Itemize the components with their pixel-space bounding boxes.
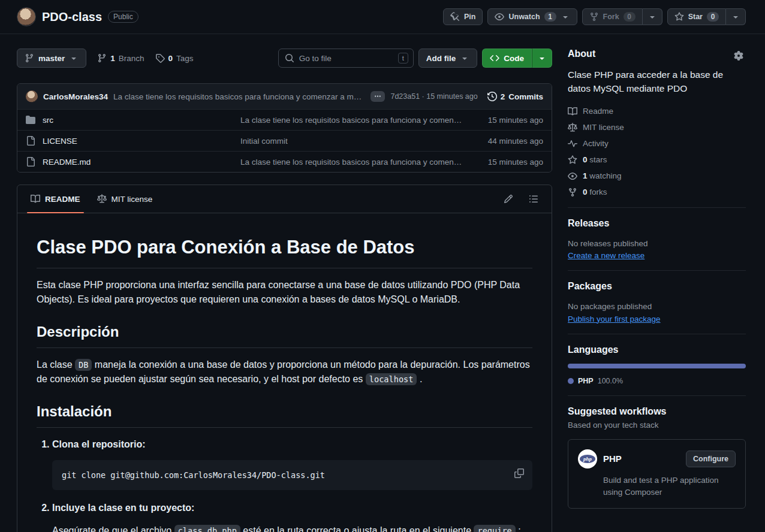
file-commit-time: 44 minutes ago	[472, 137, 543, 146]
commit-message[interactable]: La clase tiene los requisitos basicos pa…	[113, 92, 365, 101]
packages-title: Packages	[568, 281, 746, 292]
commit-history-link[interactable]: 2 Commits	[487, 92, 543, 101]
languages-title: Languages	[568, 344, 746, 355]
pin-label: Pin	[464, 13, 475, 21]
sidebar-divider	[568, 207, 746, 208]
goto-file-input[interactable]	[299, 54, 393, 63]
copy-button[interactable]	[512, 466, 526, 480]
pin-button[interactable]: Pin	[443, 8, 483, 25]
edit-readme-button[interactable]	[501, 192, 516, 206]
sidebar-item-label: Readme	[583, 107, 613, 116]
languages-section: Languages PHP 100.0%	[568, 344, 746, 385]
file-name[interactable]: src	[43, 116, 53, 125]
search-icon	[285, 53, 294, 63]
language-item-php[interactable]: PHP 100.0%	[568, 377, 746, 385]
releases-section: Releases No releases published Create a …	[568, 218, 746, 261]
star-dropdown-button[interactable]	[726, 8, 746, 25]
file-icon	[26, 157, 35, 167]
sidebar-item-watching[interactable]: 1 watching	[568, 171, 746, 181]
about-section: About Clase PHP para acceder a la base d…	[568, 49, 746, 197]
workflow-description: Build and test a PHP application using C…	[603, 474, 736, 499]
step2-label: Incluye la clase en tu proyecto:	[52, 503, 194, 513]
code-button[interactable]: Code	[482, 49, 532, 68]
tags-link[interactable]: 0 Tags	[155, 53, 194, 63]
file-commit-message[interactable]: La clase tiene los requisitos basicos pa…	[240, 158, 472, 167]
tab-readme[interactable]: README	[22, 185, 89, 213]
stars-count: 0	[583, 155, 588, 164]
fork-button[interactable]: Fork 0	[582, 8, 643, 25]
chevron-down-icon	[69, 53, 79, 63]
unwatch-count: 1	[544, 12, 556, 22]
workflows-subtitle: Based on your tech stack	[568, 421, 746, 430]
file-name[interactable]: LICENSE	[43, 137, 77, 146]
history-icon	[487, 92, 497, 101]
star-button[interactable]: Star 0	[667, 8, 726, 25]
file-commit-message[interactable]: La clase tiene los requisitos basicos pa…	[240, 116, 472, 125]
php-logo-icon: php	[578, 449, 597, 468]
commit-message-expand-button[interactable]	[371, 91, 385, 102]
sidebar-item-readme[interactable]: Readme	[568, 107, 746, 116]
create-release-link[interactable]: Create a new release	[568, 251, 644, 260]
language-name: PHP	[578, 377, 594, 385]
packages-section: Packages No packages published Publish y…	[568, 281, 746, 324]
goto-file-box: t	[278, 49, 414, 68]
commit-author[interactable]: CarlosMorales34	[43, 92, 108, 101]
sidebar-item-license[interactable]: MIT license	[568, 123, 746, 132]
language-percent: 100.0%	[598, 377, 623, 385]
code-icon	[490, 53, 499, 63]
add-file-button[interactable]: Add file	[418, 49, 478, 68]
releases-empty-text: No releases published	[568, 237, 746, 250]
visibility-badge: Public	[108, 11, 138, 23]
commit-meta: 7d23a51 · 15 minutes ago 2 Commits	[390, 92, 543, 101]
step2-paragraph: Asegúrate de que el archivo class_db.php…	[52, 524, 532, 532]
file-commit-time: 15 minutes ago	[472, 158, 543, 167]
unwatch-label: Unwatch	[508, 13, 540, 21]
file-name[interactable]: README.md	[43, 158, 91, 167]
sidebar-divider	[568, 395, 746, 396]
fork-icon	[589, 12, 599, 22]
code-dropdown-button[interactable]	[532, 49, 552, 68]
sidebar: About Clase PHP para acceder a la base d…	[568, 49, 746, 532]
repo-name[interactable]: PDO-class	[42, 10, 102, 24]
configure-button[interactable]: Configure	[686, 451, 736, 467]
table-row-readme[interactable]: README.md La clase tiene los requisitos …	[17, 151, 552, 172]
table-row-license[interactable]: LICENSE Initial commit 44 minutes ago	[17, 130, 552, 151]
law-icon	[97, 194, 107, 204]
install-steps: Clona el repositorio: git clone git@gith…	[37, 437, 532, 532]
sidebar-item-forks[interactable]: 0 forks	[568, 188, 746, 197]
outline-button[interactable]	[526, 192, 541, 206]
latest-commit-bar: CarlosMorales34 La clase tiene los requi…	[17, 84, 552, 109]
chevron-down-icon	[731, 12, 740, 22]
readme-panel: README MIT license Clase PDO para Conexi…	[17, 185, 552, 532]
star-label: Star	[688, 13, 703, 21]
fork-label: Fork	[603, 13, 619, 21]
branch-selector-button[interactable]: master	[17, 49, 86, 68]
publish-package-link[interactable]: Publish your first package	[568, 315, 661, 324]
table-row-src[interactable]: src La clase tiene los requisitos basico…	[17, 109, 552, 130]
repo-header: PDO-class Public Pin Unwatch 1 Fork 0	[0, 0, 765, 34]
main-column: master 1 Branch 0 Tags t	[17, 49, 552, 532]
commit-hash-time[interactable]: 7d23a51 · 15 minutes ago	[390, 92, 477, 101]
file-name-cell: LICENSE	[26, 136, 240, 146]
fork-dropdown-button[interactable]	[643, 8, 662, 25]
stars-label: stars	[589, 155, 607, 164]
branch-count-label: Branch	[119, 54, 144, 63]
branches-link[interactable]: 1 Branch	[97, 53, 144, 63]
readme-intro: Esta clase PHP proporciona una interfaz …	[37, 278, 532, 307]
tab-license-label: MIT license	[112, 195, 153, 204]
unwatch-button[interactable]: Unwatch 1	[487, 8, 577, 25]
commits-label: Commits	[508, 92, 543, 101]
readme-actions	[501, 192, 547, 206]
edit-about-button[interactable]	[731, 49, 746, 63]
about-description: Clase PHP para acceder a la base de dato…	[568, 68, 746, 96]
php-logo-text: php	[580, 455, 595, 463]
sidebar-item-stars[interactable]: 0 stars	[568, 155, 746, 165]
file-commit-message[interactable]: Initial commit	[240, 137, 472, 146]
owner-avatar[interactable]	[17, 7, 36, 26]
tag-icon	[155, 53, 165, 63]
tab-mit-license[interactable]: MIT license	[89, 185, 161, 213]
code-text: git clone git@github.com:CarlosMorales34…	[62, 470, 325, 480]
commit-author-avatar[interactable]	[26, 90, 38, 102]
configure-label: Configure	[693, 455, 728, 463]
sidebar-item-activity[interactable]: Activity	[568, 139, 746, 149]
